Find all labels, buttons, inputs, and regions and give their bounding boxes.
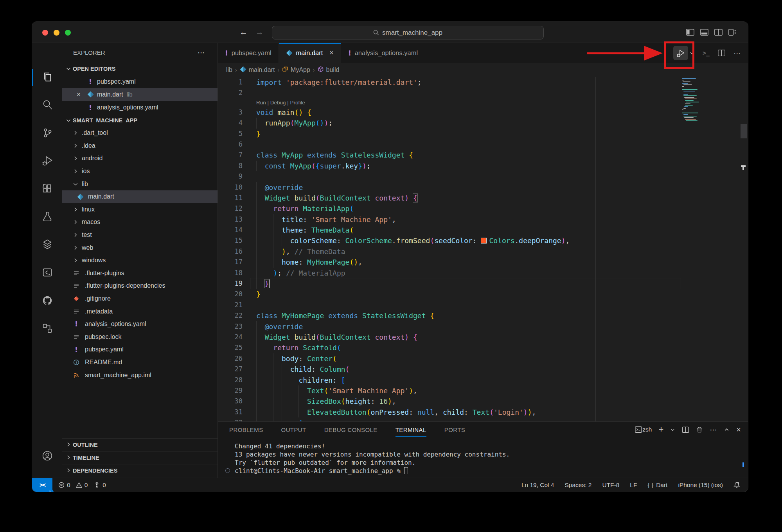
section-dependencies[interactable]: DEPENDENCIES (62, 464, 218, 477)
terminal-dropdown-chevron-icon[interactable] (670, 427, 675, 432)
tree-folder-windows[interactable]: windows (62, 254, 218, 267)
tab-pubspec-yaml[interactable]: ! pubspec.yaml (218, 43, 279, 63)
source-control-icon[interactable] (41, 126, 54, 140)
open-editor-item[interactable]: !pubspec.yaml (62, 75, 218, 88)
line-number: 10 (218, 182, 250, 193)
close-tab-icon[interactable]: × (329, 49, 334, 57)
tree-file-smart_machine_app.iml[interactable]: smart_machine_app.iml (62, 369, 218, 382)
panel-tab-output[interactable]: OUTPUT (281, 426, 306, 433)
tree-folder-test[interactable]: test (62, 229, 218, 242)
close-editor-icon[interactable]: × (76, 91, 82, 99)
breadcrumb-item-build[interactable]: build (318, 66, 340, 74)
section-timeline[interactable]: TIMELINE (62, 451, 218, 464)
cursor-position[interactable]: Ln 19, Col 4 (521, 482, 554, 489)
tree-folder-.idea[interactable]: .idea (62, 140, 218, 152)
forward-icon[interactable]: → (255, 27, 264, 37)
panel-tab-debug-console[interactable]: DEBUG CONSOLE (324, 426, 378, 433)
search-view-icon[interactable] (41, 98, 54, 111)
project-manager-icon[interactable] (41, 322, 54, 335)
code-line-30: 30 SizedBox(height: 16), (218, 396, 681, 407)
tree-folder-android[interactable]: android (62, 152, 218, 165)
tree-file-.gitignore[interactable]: .gitignore (62, 292, 218, 305)
panel-tab-ports[interactable]: PORTS (444, 426, 465, 433)
dart-file-icon (286, 50, 293, 56)
open-editor-item[interactable]: !analysis_options.yaml (62, 101, 218, 114)
back-icon[interactable]: ← (239, 27, 248, 37)
panel-tab-terminal[interactable]: TERMINAL (395, 426, 426, 437)
scrollbar-slider[interactable] (741, 124, 747, 138)
command-center-search[interactable]: smart_machine_app (272, 26, 544, 39)
yaml-file-icon: ! (348, 49, 351, 57)
kill-terminal-trash-icon[interactable] (696, 426, 703, 433)
tree-file-.flutter-plugins[interactable]: .flutter-plugins (62, 267, 218, 280)
chevron-right-icon (65, 454, 72, 462)
section-outline[interactable]: OUTLINE (62, 438, 218, 451)
terminal-output[interactable]: Changed 41 dependencies!13 packages have… (235, 442, 510, 475)
run-debug-icon[interactable] (41, 154, 54, 167)
tree-folder-linux[interactable]: linux (62, 203, 218, 216)
open-editor-item[interactable]: ×main.dartlib (62, 88, 218, 101)
device-selector[interactable]: iPhone (15) (ios) (678, 482, 723, 489)
breadcrumb-item-MyApp[interactable]: MyApp (282, 66, 310, 74)
split-editor-icon[interactable] (717, 49, 726, 57)
indent-guide (73, 190, 73, 203)
close-panel-icon[interactable]: × (736, 425, 741, 434)
minimap[interactable] (682, 78, 705, 122)
explorer-more-actions-icon[interactable]: ⋯ (198, 48, 205, 57)
bottom-panel: PROBLEMSOUTPUTDEBUG CONSOLETERMINALPORTS… (218, 421, 748, 478)
toggle-sidebar-icon[interactable] (686, 28, 695, 37)
tree-folder-macos[interactable]: macos (62, 216, 218, 229)
ports-status[interactable]: 0 (93, 482, 106, 489)
tree-file-analysis_options.yaml[interactable]: !analysis_options.yaml (62, 318, 218, 331)
github-icon[interactable] (41, 294, 54, 307)
toggle-panel-icon[interactable] (700, 28, 709, 37)
testing-icon[interactable] (41, 210, 54, 223)
tree-file-pubspec.lock[interactable]: pubspec.lock (62, 331, 218, 344)
tree-folder-lib[interactable]: lib (62, 177, 218, 190)
explorer-icon[interactable] (41, 70, 54, 84)
tree-folder-web[interactable]: web (62, 241, 218, 254)
codelens-run-debug-profile[interactable]: Run | Debug | Profile (218, 99, 748, 107)
method-symbol-icon (318, 66, 324, 74)
annotation-arrow-shaft (587, 52, 645, 54)
tab-main-dart[interactable]: main.dart × (279, 43, 341, 63)
root-folder-header[interactable]: SMART_MACHINE_APP (62, 114, 218, 127)
rss-file-icon (72, 372, 80, 378)
maximize-panel-chevron-icon[interactable] (724, 427, 730, 433)
split-terminal-icon[interactable] (682, 426, 689, 433)
breadcrumb-item-main.dart[interactable]: main.dart (240, 66, 275, 74)
terminal-prompt[interactable]: clint@Clints-MacBook-Air smart_machine_a… (235, 467, 510, 475)
tree-file-main.dart[interactable]: main.dart (62, 190, 218, 203)
tree-file-.metadata[interactable]: .metadata (62, 305, 218, 318)
open-editors-header[interactable]: OPEN EDITORS (62, 62, 218, 75)
tab-analysis-options-yaml[interactable]: ! analysis_options.yaml (341, 43, 425, 63)
tree-file-README.md[interactable]: README.md (62, 356, 218, 369)
problems-status[interactable]: 0 0 (58, 482, 88, 489)
close-window-button[interactable] (42, 30, 48, 36)
customize-layout-icon[interactable] (728, 28, 737, 37)
layers-icon[interactable] (41, 238, 54, 251)
tree-file-pubspec.yaml[interactable]: !pubspec.yaml (62, 343, 218, 356)
extensions-icon[interactable] (41, 182, 54, 195)
minimize-window-button[interactable] (54, 30, 59, 36)
language-mode[interactable]: { }Dart (647, 482, 667, 489)
panel-more-actions-icon[interactable]: ⋯ (710, 425, 717, 434)
code-editor[interactable]: 1import 'package:flutter/material.dart';… (218, 77, 748, 421)
tree-folder-.dart_tool[interactable]: .dart_tool (62, 127, 218, 140)
panel-tab-problems[interactable]: PROBLEMS (229, 426, 263, 433)
encoding[interactable]: UTF-8 (602, 482, 619, 489)
tree-folder-ios[interactable]: ios (62, 165, 218, 178)
editor-more-actions-icon[interactable]: ⋯ (733, 48, 741, 57)
new-terminal-icon[interactable]: + (658, 425, 663, 435)
open-terminal-icon[interactable]: >_ (703, 50, 710, 57)
zoom-window-button[interactable] (65, 30, 71, 36)
terminal-profile[interactable]: zsh (635, 426, 652, 433)
account-icon[interactable] (41, 449, 54, 462)
custom-extension-icon[interactable] (41, 266, 54, 279)
indentation[interactable]: Spaces: 2 (565, 482, 592, 489)
tree-file-.flutter-plugins-dependencies[interactable]: .flutter-plugins-dependencies (62, 279, 218, 292)
notifications-bell-icon[interactable] (733, 482, 740, 488)
breadcrumb-item-lib[interactable]: lib (226, 66, 232, 73)
split-editor-icon[interactable] (714, 28, 723, 37)
eol[interactable]: LF (630, 482, 637, 489)
